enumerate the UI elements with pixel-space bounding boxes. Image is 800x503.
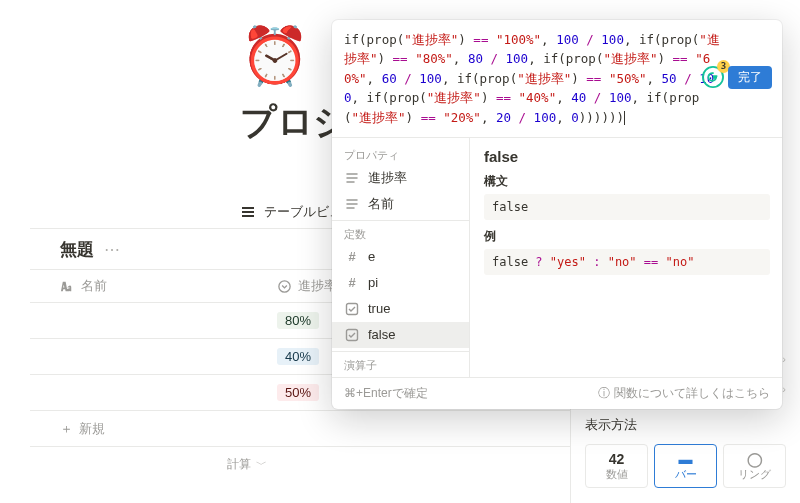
- prop-display-label: 表示方法: [585, 416, 637, 434]
- formula-suggestion-sidebar: プロパティ 進捗率名前 定数 #e#pitruefalse 演算子: [332, 138, 470, 377]
- formula-editor-popup: if(prop("進捗率") == "100%", 100 / 100, if(…: [332, 20, 782, 409]
- hash-icon: #: [344, 249, 360, 264]
- table-menu-icon[interactable]: ⋯: [104, 240, 121, 259]
- help-icon: ⓘ: [598, 385, 610, 402]
- check-icon: [344, 328, 360, 342]
- section-operators: 演算子: [332, 351, 469, 375]
- lines-icon: [344, 197, 360, 211]
- display-option-number[interactable]: 42 数値: [585, 444, 648, 488]
- tab-table-view[interactable]: テーブルビュ: [264, 203, 342, 221]
- syntax-heading: 構文: [484, 173, 770, 190]
- new-row-label: 新規: [79, 420, 105, 438]
- formula-input[interactable]: if(prop("進捗率") == "100%", 100 / 100, if(…: [332, 20, 782, 137]
- detail-title: false: [484, 148, 770, 165]
- confirm-hint: ⌘+Enterで確定: [344, 385, 428, 402]
- table-icon: [240, 204, 256, 220]
- syntax-code: false: [484, 194, 770, 220]
- svg-rect-3: [347, 329, 358, 340]
- column-name-header[interactable]: 名前: [81, 277, 107, 295]
- example-code: false ? "yes" : "no" == "no": [484, 249, 770, 275]
- suggestion-item[interactable]: 進捗率: [332, 165, 469, 191]
- select-property-icon: [277, 279, 292, 294]
- ring-icon: ◯: [747, 451, 763, 467]
- formula-detail-pane: false 構文 false 例 false ? "yes" : "no" ==…: [470, 138, 782, 377]
- suggestion-item[interactable]: false: [332, 322, 469, 348]
- suggestion-item[interactable]: true: [332, 296, 469, 322]
- suggestion-item[interactable]: 名前: [332, 191, 469, 217]
- suggestion-item[interactable]: #pi: [332, 270, 469, 296]
- svg-rect-2: [347, 303, 358, 314]
- calc-label: 計算: [227, 456, 251, 473]
- svg-point-0: [279, 280, 290, 291]
- suggestion-item[interactable]: #e: [332, 244, 469, 270]
- section-properties: プロパティ: [332, 144, 469, 165]
- chevron-down-icon: ﹀: [256, 457, 267, 472]
- example-heading: 例: [484, 228, 770, 245]
- plus-icon: ＋: [60, 420, 73, 438]
- section-constants: 定数: [332, 220, 469, 244]
- display-option-bar[interactable]: ▬ バー: [654, 444, 717, 488]
- text-cursor: [624, 111, 625, 125]
- table-title[interactable]: 無題: [60, 238, 94, 261]
- hash-icon: #: [344, 275, 360, 290]
- calc-button[interactable]: 計算 ﹀: [30, 447, 277, 481]
- learn-more-link[interactable]: ⓘ 関数について詳しくはこちら: [598, 385, 770, 402]
- done-button[interactable]: 完了: [728, 66, 772, 89]
- text-property-icon: [60, 279, 75, 294]
- check-icon: [344, 302, 360, 316]
- lines-icon: [344, 171, 360, 185]
- bar-icon: ▬: [679, 451, 693, 467]
- display-option-ring[interactable]: ◯ リング: [723, 444, 786, 488]
